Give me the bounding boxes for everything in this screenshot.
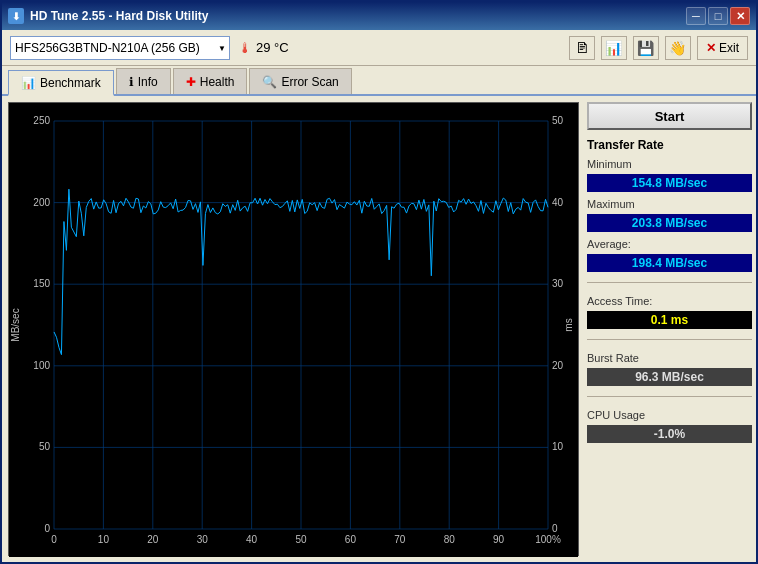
benchmark-tab-icon: 📊 — [21, 76, 36, 90]
exit-button[interactable]: ✕ Exit — [697, 36, 748, 60]
stats-access-time: Access Time: 0.1 ms — [587, 293, 752, 329]
thermometer-icon: 🌡 — [238, 40, 252, 56]
toolbar-right: 🖹 📊 💾 👋 ✕ Exit — [569, 36, 748, 60]
title-bar-left: ⬇ HD Tune 2.55 - Hard Disk Utility — [8, 8, 208, 24]
info-tab-icon: ℹ — [129, 75, 134, 89]
maximum-label: Maximum — [587, 198, 752, 210]
divider-1 — [587, 282, 752, 283]
main-window: ⬇ HD Tune 2.55 - Hard Disk Utility ─ □ ✕… — [0, 0, 758, 564]
toolbar-left: HFS256G3BTND-N210A (256 GB) 🌡 29 °C — [10, 36, 289, 60]
burst-rate-value: 96.3 MB/sec — [587, 368, 752, 386]
cpu-usage-value: -1.0% — [587, 425, 752, 443]
minimum-value: 154.8 MB/sec — [587, 174, 752, 192]
stats-cpu-usage: CPU Usage -1.0% — [587, 407, 752, 443]
disk-select[interactable]: HFS256G3BTND-N210A (256 GB) — [10, 36, 230, 60]
title-bar: ⬇ HD Tune 2.55 - Hard Disk Utility ─ □ ✕ — [2, 2, 756, 30]
copy-icon-btn[interactable]: 🖹 — [569, 36, 595, 60]
minimize-button[interactable]: ─ — [686, 7, 706, 25]
benchmark-tab-label: Benchmark — [40, 76, 101, 90]
disk-selector-wrapper[interactable]: HFS256G3BTND-N210A (256 GB) — [10, 36, 230, 60]
stats-transfer-rate: Transfer Rate Minimum 154.8 MB/sec Maxim… — [587, 138, 752, 272]
exit-label: Exit — [719, 41, 739, 55]
maximize-button[interactable]: □ — [708, 7, 728, 25]
stats-burst-rate: Burst Rate 96.3 MB/sec — [587, 350, 752, 386]
exit-x-icon: ✕ — [706, 41, 716, 55]
close-button[interactable]: ✕ — [730, 7, 750, 25]
health-tab-label: Health — [200, 75, 235, 89]
maximum-value: 203.8 MB/sec — [587, 214, 752, 232]
error-scan-tab-icon: 🔍 — [262, 75, 277, 89]
minimum-label: Minimum — [587, 158, 752, 170]
temperature-display: 🌡 29 °C — [238, 40, 289, 56]
divider-2 — [587, 339, 752, 340]
error-scan-tab-label: Error Scan — [281, 75, 338, 89]
tab-error-scan[interactable]: 🔍 Error Scan — [249, 68, 351, 94]
title-bar-controls: ─ □ ✕ — [686, 7, 750, 25]
window-title: HD Tune 2.55 - Hard Disk Utility — [30, 9, 208, 23]
average-value: 198.4 MB/sec — [587, 254, 752, 272]
app-icon: ⬇ — [8, 8, 24, 24]
cpu-usage-label: CPU Usage — [587, 409, 752, 421]
temperature-value: 29 °C — [256, 40, 289, 55]
tab-health[interactable]: ✚ Health — [173, 68, 248, 94]
settings-icon-btn[interactable]: 👋 — [665, 36, 691, 60]
benchmark-chart — [9, 103, 578, 557]
tab-info[interactable]: ℹ Info — [116, 68, 171, 94]
health-tab-icon: ✚ — [186, 75, 196, 89]
transfer-rate-label: Transfer Rate — [587, 138, 752, 152]
chart-area — [8, 102, 579, 556]
toolbar: HFS256G3BTND-N210A (256 GB) 🌡 29 °C 🖹 📊 … — [2, 30, 756, 66]
start-button[interactable]: Start — [587, 102, 752, 130]
save-icon-btn[interactable]: 💾 — [633, 36, 659, 60]
average-label: Average: — [587, 238, 752, 250]
divider-3 — [587, 396, 752, 397]
tab-benchmark[interactable]: 📊 Benchmark — [8, 70, 114, 96]
info-tab-label: Info — [138, 75, 158, 89]
access-time-label: Access Time: — [587, 295, 752, 307]
burst-rate-label: Burst Rate — [587, 352, 752, 364]
access-time-value: 0.1 ms — [587, 311, 752, 329]
chart-icon-btn[interactable]: 📊 — [601, 36, 627, 60]
tab-bar: 📊 Benchmark ℹ Info ✚ Health 🔍 Error Scan — [2, 66, 756, 96]
right-panel: Start Transfer Rate Minimum 154.8 MB/sec… — [587, 102, 752, 556]
main-content: Start Transfer Rate Minimum 154.8 MB/sec… — [2, 96, 756, 562]
